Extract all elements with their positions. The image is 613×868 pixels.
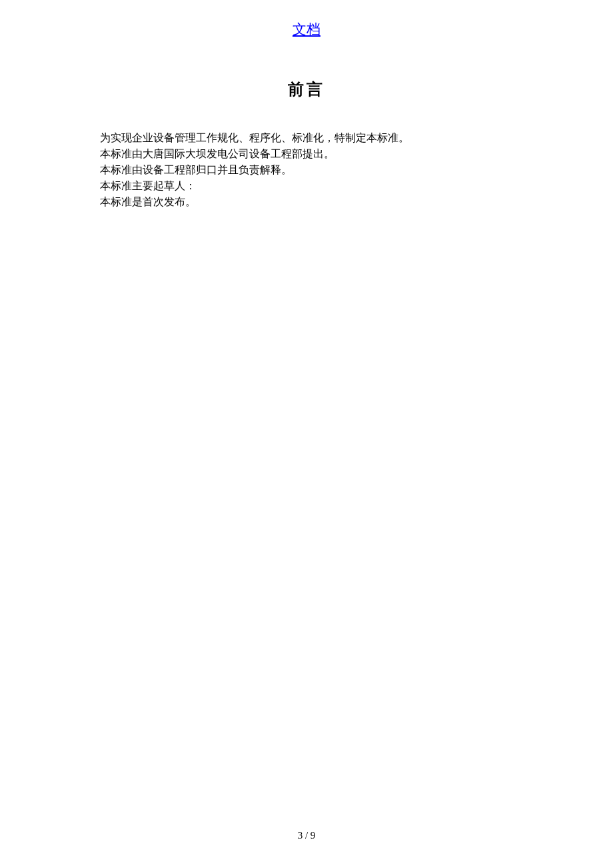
document-header-link[interactable]: 文档: [0, 20, 613, 39]
paragraph: 为实现企业设备管理工作规化、程序化、标准化，特制定本标准。: [100, 130, 533, 146]
paragraph: 本标准由大唐国际大坝发电公司设备工程部提出。: [100, 146, 533, 162]
paragraph: 本标准由设备工程部归口并且负责解释。: [100, 162, 533, 178]
paragraph: 本标准是首次发布。: [100, 194, 533, 210]
page-number: 3 / 9: [0, 830, 613, 841]
page-title: 前言: [0, 79, 613, 100]
body-content: 为实现企业设备管理工作规化、程序化、标准化，特制定本标准。 本标准由大唐国际大坝…: [100, 130, 533, 210]
paragraph: 本标准主要起草人：: [100, 178, 533, 194]
